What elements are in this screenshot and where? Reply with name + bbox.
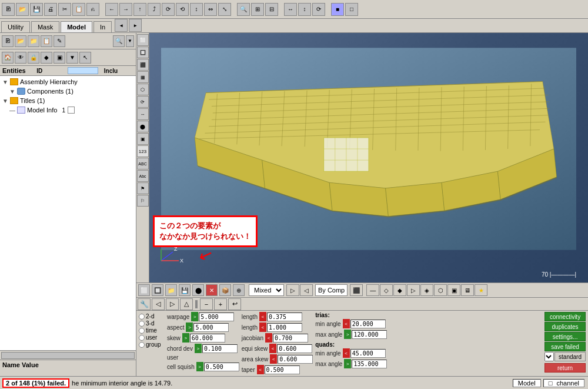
toolbar-icon-nav2[interactable]: →: [119, 3, 132, 16]
bt-icon2[interactable]: 🔲: [152, 284, 163, 296]
tab-utility[interactable]: Utility: [1, 21, 30, 32]
taper-value[interactable]: 0.500: [265, 365, 300, 374]
quads-min-value[interactable]: 45.000: [350, 349, 386, 358]
panel-prev-btn[interactable]: ◄: [115, 19, 128, 32]
warpage-arrow[interactable]: >: [191, 312, 198, 321]
bt-mesh6[interactable]: ⬡: [434, 284, 447, 296]
tree-model-info[interactable]: — Model Info 1: [1, 105, 135, 115]
toolbar-icon-nav6[interactable]: ⟲: [176, 3, 189, 16]
taper-arrow[interactable]: <: [257, 365, 264, 374]
bt-close[interactable]: ✕: [206, 284, 218, 296]
bt-mesh7[interactable]: ▣: [447, 284, 460, 296]
tree-titles[interactable]: ▼ Titles (1): [1, 96, 135, 105]
standard-btn[interactable]: standard: [554, 352, 586, 361]
standard-select[interactable]: ▼: [544, 352, 554, 361]
bt-mesh1[interactable]: —: [366, 284, 379, 296]
area-skew-value[interactable]: 0.600: [278, 355, 313, 364]
chord-dev-arrow[interactable]: >: [195, 344, 202, 353]
radio-3d[interactable]: 3-d: [139, 320, 165, 327]
bt-icon7[interactable]: ⊕: [233, 284, 245, 296]
bt-mesh2[interactable]: ◇: [380, 284, 393, 296]
bt-mesh5[interactable]: ◈: [420, 284, 433, 296]
skew-arrow[interactable]: >: [182, 333, 189, 343]
side-icon-14[interactable]: ⚐: [137, 195, 149, 207]
side-icon-8[interactable]: ⬤: [137, 121, 149, 132]
bt-mesh3[interactable]: ◆: [393, 284, 406, 296]
side-icon-9[interactable]: ▣: [137, 133, 149, 145]
nav-forward[interactable]: ▷: [166, 298, 179, 310]
wrench-btn[interactable]: 🔧: [138, 298, 151, 310]
bycomp-btn[interactable]: By Comp: [315, 284, 348, 296]
toolbar-icon-render2[interactable]: □: [345, 3, 358, 16]
bt-icon4[interactable]: 💾: [179, 284, 191, 296]
toolbar-icon-zoom1[interactable]: 🔍: [237, 3, 250, 16]
lt2-icon5[interactable]: ▣: [54, 52, 65, 64]
tab-mask[interactable]: Mask: [31, 21, 59, 32]
save-failed-btn[interactable]: save failed: [544, 342, 586, 351]
connectivity-btn[interactable]: connectivity: [544, 312, 586, 321]
lt2-icon6[interactable]: ▼: [66, 52, 78, 64]
toolbar-icon-nav9[interactable]: ⤡: [218, 3, 231, 16]
toolbar-icon-2[interactable]: 📂: [16, 3, 29, 16]
mixed-dropdown[interactable]: Mixed: [249, 284, 284, 296]
3d-viewport[interactable]: 70 |————| Z X Y この２つの要素が: [149, 33, 588, 282]
lt2-icon4[interactable]: ◆: [41, 52, 52, 64]
toolbar-icon-nav1[interactable]: ←: [105, 3, 118, 16]
bt-icon5[interactable]: ⬤: [192, 284, 204, 296]
warpage-value[interactable]: 5.000: [199, 312, 234, 321]
side-icon-10[interactable]: 123: [137, 145, 149, 157]
nav-undo[interactable]: ↩: [228, 298, 241, 310]
shape-btn-1[interactable]: ▷: [286, 284, 299, 296]
expand-icon[interactable]: ▼: [9, 88, 16, 95]
lt-menu-btn[interactable]: ▼: [126, 35, 134, 47]
lt-icon3[interactable]: 📁: [28, 35, 39, 47]
chord-dev-value[interactable]: 0.100: [202, 344, 238, 353]
nav-minus[interactable]: −: [200, 298, 213, 310]
panel-next-btn[interactable]: ►: [129, 19, 142, 32]
model-info-checkbox[interactable]: [68, 107, 75, 114]
toolbar-icon-nav5[interactable]: ⟳: [162, 3, 175, 16]
side-icon-3[interactable]: ⬛: [137, 59, 149, 71]
side-icon-7[interactable]: ↔: [137, 108, 149, 120]
length-val1[interactable]: 0.375: [267, 312, 302, 321]
toolbar-icon-nav3[interactable]: ↑: [133, 3, 146, 16]
side-icon-1[interactable]: ⬜: [137, 34, 149, 46]
toolbar-icon-render1[interactable]: ■: [331, 3, 344, 16]
cell-squish-arrow[interactable]: >: [196, 362, 203, 371]
tab-model[interactable]: Model: [61, 21, 92, 32]
radio-time[interactable]: time: [139, 327, 165, 334]
side-icon-6[interactable]: ⟳: [137, 96, 149, 108]
toolbar-icon-zoom2[interactable]: ⊞: [251, 3, 264, 16]
toolbar-icon-view1[interactable]: ↔: [284, 3, 297, 16]
trias-min-value[interactable]: 20.000: [350, 320, 386, 328]
jacobian-arrow[interactable]: <: [265, 333, 272, 343]
toolbar-icon-nav8[interactable]: ⇔: [204, 3, 217, 16]
toolbar-icon-3[interactable]: 💾: [30, 3, 43, 16]
toolbar-icon-nav4[interactable]: ⤴: [148, 3, 161, 16]
toolbar-icon-7[interactable]: ⎌: [86, 3, 99, 16]
toolbar-icon-zoom3[interactable]: ⊟: [265, 3, 278, 16]
shape-btn-2[interactable]: ◁: [300, 284, 313, 296]
radio-group[interactable]: group: [139, 341, 165, 348]
tab-in[interactable]: In: [93, 21, 112, 32]
radio-2d[interactable]: 2-d: [139, 313, 165, 320]
toolbar-icon-nav7[interactable]: ↕: [190, 3, 203, 16]
bt-icon1[interactable]: ⬜: [138, 284, 150, 296]
cell-squish-value[interactable]: 0.500: [204, 363, 239, 371]
side-icon-4[interactable]: ▦: [137, 71, 149, 83]
bt-icon3[interactable]: 📁: [165, 284, 177, 296]
trias-max-value[interactable]: 120.000: [352, 330, 387, 339]
toolbar-icon-6[interactable]: 📋: [72, 3, 85, 16]
toolbar-icon-view3[interactable]: ⟳: [312, 3, 325, 16]
aspect-value[interactable]: 5.000: [193, 323, 229, 332]
lt-search-btn[interactable]: 🔍: [113, 35, 125, 47]
cube-btn[interactable]: ⬛: [350, 284, 363, 296]
lt-icon5[interactable]: ✎: [54, 35, 65, 47]
tree-components[interactable]: ▼ Components (1): [1, 87, 135, 96]
toolbar-icon-1[interactable]: 🖹: [2, 3, 15, 16]
length-arrow1[interactable]: <: [259, 312, 266, 321]
tree-assembly-hierarchy[interactable]: ▼ Assembly Hierarchy: [1, 77, 135, 87]
lt-icon4[interactable]: 📋: [41, 35, 52, 47]
toolbar-icon-4[interactable]: 🖨: [44, 3, 57, 16]
settings-btn[interactable]: settings...: [544, 332, 586, 341]
